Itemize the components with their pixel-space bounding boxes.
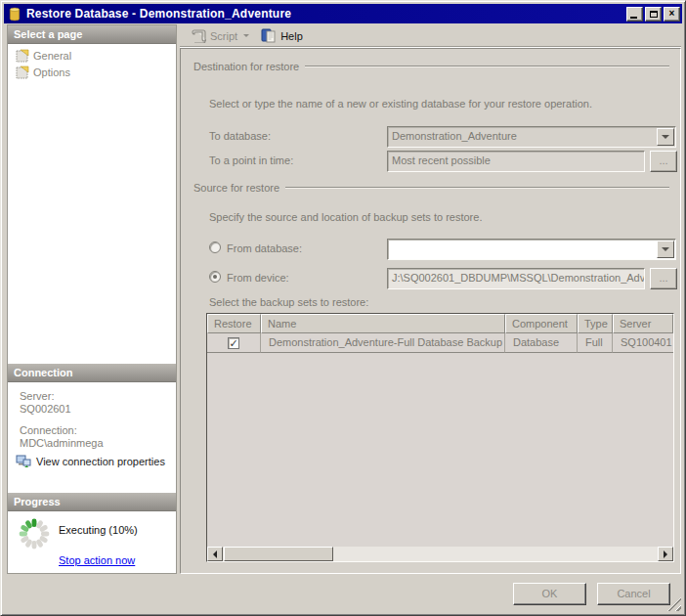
table-header-row: Restore Name Component Type Server (207, 314, 673, 333)
script-icon (191, 28, 206, 43)
maximize-icon (650, 11, 658, 18)
connection-value: MDC\adminmega (20, 437, 104, 449)
column-header-server[interactable]: Server (613, 314, 673, 333)
from-device-browse-button[interactable]: ... (650, 268, 677, 289)
script-label: Script (210, 30, 237, 42)
section-divider (305, 66, 669, 67)
from-device-radio[interactable] (209, 271, 221, 283)
checkbox-checked[interactable]: ✓ (228, 337, 239, 349)
destination-section-header: Destination for restore (193, 61, 669, 72)
help-icon (261, 28, 277, 43)
section-divider (285, 187, 669, 189)
content-panel: Destination for restore Select or type t… (180, 48, 681, 574)
maximize-button[interactable] (645, 7, 662, 22)
from-database-dropdown-button[interactable] (657, 241, 674, 258)
sidebar: Select a page General Options Connection… (7, 24, 177, 574)
cancel-button[interactable]: Cancel (597, 583, 670, 605)
connection-label: Connection: (20, 424, 77, 436)
to-database-dropdown-button[interactable] (657, 128, 674, 146)
sidebar-item-label: General (33, 50, 71, 62)
destination-instruction: Select or type the name of a new or exis… (209, 98, 592, 110)
name-cell: Demonstration_Adventure-Full Database Ba… (261, 333, 505, 353)
component-cell: Database (505, 333, 578, 353)
ok-button[interactable]: OK (513, 583, 586, 605)
sidebar-item-label: Options (33, 66, 70, 78)
from-device-field[interactable]: J:\SQ002601_DBDUMP\MSSQL\Demonstration_A… (387, 268, 645, 289)
sidebar-item-options[interactable]: Options (8, 64, 176, 80)
to-point-in-time-field[interactable]: Most recent possible (387, 151, 645, 172)
column-header-type[interactable]: Type (578, 314, 613, 333)
horizontal-scrollbar[interactable] (207, 547, 673, 561)
stop-action-link[interactable]: Stop action now (59, 554, 135, 566)
server-value: SQ002601 (20, 403, 71, 415)
select-a-page-header: Select a page (8, 25, 176, 44)
to-point-label: To a point in time: (209, 154, 293, 166)
destination-section-title: Destination for restore (193, 61, 299, 72)
help-label: Help (280, 30, 303, 42)
connection-panel: Server: SQ002601 Connection: MDC\adminme… (8, 382, 176, 493)
chevron-down-icon (662, 247, 669, 255)
database-icon (7, 7, 22, 22)
progress-header: Progress (8, 493, 176, 511)
from-database-combobox[interactable] (387, 239, 676, 260)
close-button[interactable]: × (664, 7, 680, 22)
connection-header: Connection (8, 364, 176, 382)
backup-sets-table: Restore Name Component Type Server ✓ Dem… (206, 313, 674, 562)
help-button[interactable]: Help (257, 26, 307, 45)
window-title: Restore Database - Demonstration_Adventu… (26, 7, 624, 21)
progress-spinner-icon (18, 517, 51, 550)
close-icon: × (669, 9, 675, 19)
arrow-right-icon (664, 550, 671, 558)
restore-cell: ✓ (207, 333, 261, 353)
to-point-browse-button[interactable]: ... (650, 151, 677, 172)
server-cell: SQ100401 (613, 333, 673, 353)
radio-dot-icon (213, 275, 217, 279)
chevron-down-icon (662, 135, 669, 143)
backup-sets-label: Select the backup sets to restore: (209, 296, 368, 308)
scroll-left-button[interactable] (207, 547, 223, 561)
connection-properties-icon (16, 455, 31, 468)
progress-status: Executing (10%) (59, 524, 138, 536)
script-button[interactable]: Script (187, 26, 255, 45)
source-instruction: Specify the source and location of backu… (209, 211, 482, 223)
source-section-header: Source for restore (193, 182, 669, 194)
script-dropdown-icon[interactable] (243, 34, 249, 40)
page-icon (16, 49, 29, 63)
toolbar: Script Help (180, 24, 681, 48)
scroll-right-button[interactable] (658, 547, 673, 561)
titlebar[interactable]: Restore Database - Demonstration_Adventu… (4, 4, 682, 23)
minimize-button[interactable] (626, 7, 643, 22)
column-header-component[interactable]: Component (505, 314, 578, 333)
table-row: ✓ Demonstration_Adventure-Full Database … (207, 333, 673, 353)
to-database-label: To database: (209, 130, 271, 142)
scrollbar-track[interactable] (333, 547, 658, 561)
to-database-value: Demonstration_Adventure (388, 127, 656, 147)
page-list: General Options (8, 44, 176, 364)
arrow-left-icon (209, 550, 217, 558)
scrollbar-thumb[interactable] (224, 547, 333, 561)
source-section-title: Source for restore (193, 182, 279, 194)
server-label: Server: (20, 390, 54, 402)
restore-database-dialog: Restore Database - Demonstration_Adventu… (0, 0, 686, 616)
from-database-value (388, 240, 656, 259)
to-database-combobox[interactable]: Demonstration_Adventure (387, 126, 676, 148)
from-database-radio[interactable] (209, 242, 221, 253)
view-connection-properties[interactable]: View connection properties (16, 455, 165, 468)
table-empty-area (207, 353, 673, 547)
page-icon (16, 66, 29, 79)
minimize-icon (630, 17, 637, 19)
column-header-name[interactable]: Name (261, 314, 505, 333)
view-connection-properties-label: View connection properties (36, 456, 165, 467)
column-header-restore[interactable]: Restore (207, 314, 261, 333)
type-cell: Full (578, 333, 613, 353)
progress-panel: Executing (10%) Stop action now (8, 511, 176, 573)
from-device-label: From device: (227, 272, 289, 284)
sidebar-item-general[interactable]: General (8, 47, 176, 64)
from-database-label: From database: (227, 242, 302, 254)
